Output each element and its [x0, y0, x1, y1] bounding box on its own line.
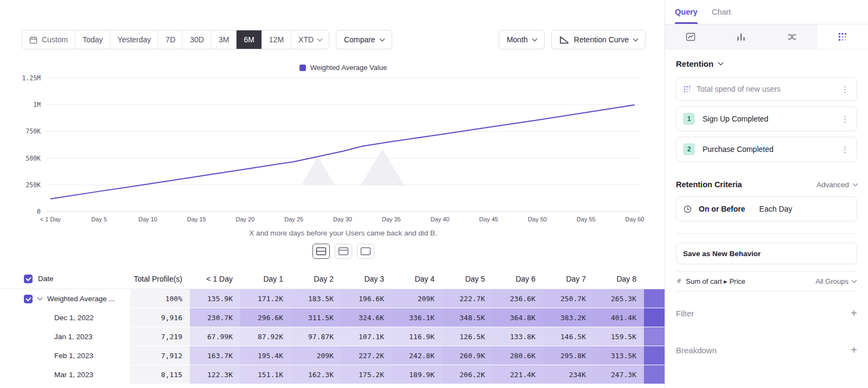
- range-xtd-button[interactable]: XTD: [291, 30, 329, 49]
- overflow-value-cell: [644, 327, 665, 346]
- x-axis-tick: Day 15: [187, 216, 206, 222]
- x-axis-tick: Day 35: [382, 216, 401, 222]
- range-label: 3M: [219, 35, 229, 44]
- save-as-new-behavior-button[interactable]: Save as New Behavior: [676, 243, 857, 264]
- retention-value-cell: 159.5K: [593, 327, 644, 346]
- range-6m-button[interactable]: 6M: [237, 30, 261, 49]
- criteria-window-value: Each Day: [760, 205, 793, 213]
- criteria-window-row[interactable]: On or Before Each Day: [676, 196, 857, 221]
- retention-value-cell: 236.6K: [493, 289, 543, 308]
- range-label: Yesterday: [118, 35, 151, 44]
- retention-value-cell: 189.9K: [392, 365, 442, 384]
- range-yesterday-button[interactable]: Yesterday: [111, 30, 159, 49]
- y-axis-tick: 750K: [25, 128, 41, 135]
- range-custom-button[interactable]: Custom: [22, 30, 75, 49]
- row-label-cell: Dec 1, 2022: [0, 308, 130, 327]
- retention-report-button[interactable]: [818, 24, 868, 49]
- step-row-1[interactable]: 1 Sign Up Completed ⋮: [676, 106, 857, 131]
- table-row[interactable]: Dec 1, 20229,916230.7K296.6K311.5K324.6K…: [0, 308, 665, 327]
- retention-value-cell: 171.2K: [240, 289, 291, 308]
- clock-icon: [683, 205, 692, 214]
- retention-value-cell: 122.3K: [190, 365, 240, 384]
- x-axis-tick: Day 25: [284, 216, 303, 222]
- report-type-dropdown[interactable]: Retention: [676, 59, 857, 68]
- granularity-dropdown[interactable]: Month: [499, 30, 545, 49]
- retention-value-cell: 280.6K: [493, 346, 543, 365]
- x-axis-tick: Day 55: [577, 216, 596, 222]
- filter-section: Filter +: [676, 308, 857, 319]
- compare-button[interactable]: Compare: [336, 30, 392, 49]
- filter-label: Filter: [676, 309, 694, 318]
- expand-caret-icon[interactable]: [37, 295, 43, 301]
- insights-report-button[interactable]: [665, 24, 716, 49]
- legend-label: Weighted Average Value: [310, 63, 387, 72]
- retention-value-cell: 313.5K: [593, 346, 644, 365]
- row-checkbox[interactable]: [24, 295, 33, 303]
- groups-dropdown[interactable]: All Groups: [815, 277, 856, 285]
- overflow-value-cell: [644, 365, 665, 384]
- retention-value-cell: 206.2K: [442, 365, 493, 384]
- property-label: Sum of cart ▸ Price: [686, 277, 745, 285]
- step-menu-icon[interactable]: ⋮: [840, 145, 850, 154]
- range-7d-button[interactable]: 7D: [158, 30, 183, 49]
- date-range-segmented-control: Custom Today Yesterday 7D 30D 3M 6M 12M …: [22, 30, 329, 49]
- x-axis-tick: Day 10: [138, 216, 157, 222]
- x-axis-tick: Day 20: [236, 216, 255, 222]
- header-label: Date: [38, 275, 54, 283]
- select-all-checkbox[interactable]: [24, 275, 33, 283]
- retention-value-cell: 242.8K: [392, 346, 442, 365]
- funnels-report-button[interactable]: [716, 24, 767, 49]
- density-single-button[interactable]: [357, 244, 374, 259]
- chevron-down-icon: [379, 36, 385, 41]
- criteria-mode-dropdown[interactable]: Advanced: [816, 181, 857, 189]
- retention-value-cell: 383.2K: [543, 308, 593, 327]
- range-12m-button[interactable]: 12M: [262, 30, 291, 49]
- bar-chart-icon: [736, 32, 746, 42]
- retention-line-chart[interactable]: 1.25M1M750K500K250K0: [46, 77, 640, 213]
- range-label: 12M: [269, 35, 284, 44]
- row-label-cell: Mar 1, 2023: [0, 365, 130, 384]
- retention-value-cell: 163.7K: [190, 346, 240, 365]
- step-row-2[interactable]: 2 Purchase Completed ⋮: [676, 137, 857, 162]
- total-profiles-cell: 8,115: [130, 365, 190, 384]
- chart-type-label: Retention Curve: [574, 35, 629, 44]
- behavior-block[interactable]: Total spend of new users ⋮: [676, 77, 857, 101]
- chart-type-dropdown[interactable]: Retention Curve: [551, 30, 646, 49]
- step-menu-icon[interactable]: ⋮: [840, 115, 850, 123]
- table-row[interactable]: Weighted Average ...100%135.9K171.2K183.…: [0, 289, 665, 308]
- header-total-cell: Total Profile(s): [130, 269, 190, 289]
- retention-value-cell: 260.9K: [442, 346, 493, 365]
- retention-value-cell: 87.92K: [240, 327, 291, 346]
- table-row[interactable]: Mar 1, 20238,115122.3K151.1K162.3K175.2K…: [0, 365, 665, 384]
- density-rows-split-button[interactable]: [312, 244, 330, 259]
- report-toolbar: Custom Today Yesterday 7D 30D 3M 6M 12M …: [22, 30, 646, 49]
- add-breakdown-icon[interactable]: +: [851, 345, 857, 355]
- range-today-button[interactable]: Today: [75, 30, 110, 49]
- range-3m-button[interactable]: 3M: [212, 30, 237, 49]
- table-row[interactable]: Jan 1, 20237,21967.99K87.92K97.87K107.1K…: [0, 327, 665, 346]
- table-row[interactable]: Feb 1, 20237,912163.7K195.4K209K227.2K24…: [0, 346, 665, 365]
- measurement-property-row[interactable]: # Sum of cart ▸ Price All Groups: [676, 271, 857, 291]
- flows-icon: [787, 32, 797, 42]
- x-axis-tick: Day 5: [91, 216, 107, 222]
- header-overflow-cell: [644, 269, 665, 289]
- flows-report-button[interactable]: [767, 24, 818, 49]
- section-divider: [676, 233, 857, 234]
- behavior-menu-icon[interactable]: ⋮: [840, 85, 850, 93]
- retention-value-cell: 209K: [392, 289, 442, 308]
- retention-value-cell: 183.5K: [291, 289, 341, 308]
- row-label: Feb 1, 2023: [54, 352, 93, 360]
- retention-value-cell: 227.2K: [341, 346, 392, 365]
- range-30d-button[interactable]: 30D: [183, 30, 212, 49]
- header-day-cell: Day 1: [240, 269, 291, 289]
- tab-chart[interactable]: Chart: [712, 0, 731, 24]
- retention-value-cell: 133.8K: [493, 327, 543, 346]
- chevron-down-icon: [853, 181, 858, 186]
- x-axis-tick: Day 30: [333, 216, 352, 222]
- x-axis-tick: Day 45: [479, 216, 498, 222]
- density-rows-header-button[interactable]: [335, 244, 352, 259]
- tab-query[interactable]: Query: [675, 0, 698, 24]
- overflow-value-cell: [644, 308, 665, 327]
- add-filter-icon[interactable]: +: [851, 308, 857, 319]
- chevron-down-icon: [718, 60, 724, 66]
